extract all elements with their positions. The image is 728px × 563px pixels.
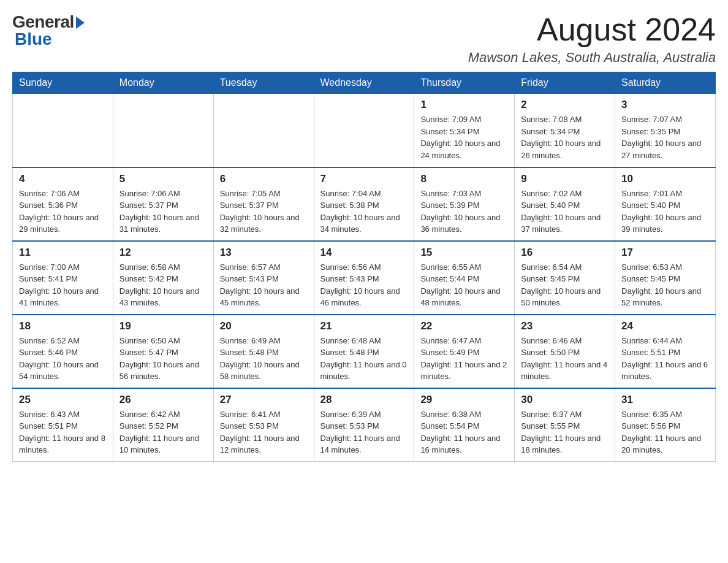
day-info: Sunrise: 6:47 AM Sunset: 5:49 PM Dayligh…	[420, 335, 508, 383]
calendar-header-row: SundayMondayTuesdayWednesdayThursdayFrid…	[13, 72, 716, 94]
calendar-cell: 29Sunrise: 6:38 AM Sunset: 5:54 PM Dayli…	[414, 388, 515, 462]
calendar-cell	[213, 94, 314, 167]
day-number: 20	[220, 320, 308, 332]
day-number: 6	[220, 173, 308, 185]
day-number: 2	[521, 99, 609, 111]
logo-arrow-icon	[76, 17, 85, 29]
day-number: 25	[19, 394, 107, 406]
day-info: Sunrise: 6:56 AM Sunset: 5:43 PM Dayligh…	[320, 261, 408, 309]
day-number: 14	[320, 247, 408, 259]
calendar-cell: 22Sunrise: 6:47 AM Sunset: 5:49 PM Dayli…	[414, 315, 515, 388]
calendar-cell: 20Sunrise: 6:49 AM Sunset: 5:48 PM Dayli…	[213, 315, 314, 388]
day-info: Sunrise: 7:07 AM Sunset: 5:35 PM Dayligh…	[621, 113, 709, 161]
day-info: Sunrise: 6:49 AM Sunset: 5:48 PM Dayligh…	[220, 335, 308, 383]
day-number: 4	[19, 173, 107, 185]
day-info: Sunrise: 6:44 AM Sunset: 5:51 PM Dayligh…	[621, 335, 709, 383]
location-subtitle: Mawson Lakes, South Australia, Australia	[468, 50, 716, 66]
day-number: 30	[521, 394, 609, 406]
day-info: Sunrise: 7:04 AM Sunset: 5:38 PM Dayligh…	[320, 188, 408, 236]
day-number: 8	[420, 173, 508, 185]
day-number: 16	[521, 247, 609, 259]
day-info: Sunrise: 7:01 AM Sunset: 5:40 PM Dayligh…	[621, 188, 709, 236]
calendar-table: SundayMondayTuesdayWednesdayThursdayFrid…	[12, 72, 716, 462]
calendar-cell: 18Sunrise: 6:52 AM Sunset: 5:46 PM Dayli…	[13, 315, 113, 388]
calendar-week-row: 25Sunrise: 6:43 AM Sunset: 5:51 PM Dayli…	[13, 388, 716, 462]
calendar-cell	[113, 94, 213, 167]
day-info: Sunrise: 7:09 AM Sunset: 5:34 PM Dayligh…	[420, 113, 508, 161]
calendar-cell: 4Sunrise: 7:06 AM Sunset: 5:36 PM Daylig…	[13, 167, 113, 241]
day-info: Sunrise: 6:52 AM Sunset: 5:46 PM Dayligh…	[19, 335, 107, 383]
day-info: Sunrise: 6:43 AM Sunset: 5:51 PM Dayligh…	[19, 408, 107, 456]
day-number: 19	[119, 320, 207, 332]
day-number: 17	[621, 247, 709, 259]
calendar-cell: 14Sunrise: 6:56 AM Sunset: 5:43 PM Dayli…	[314, 241, 414, 315]
logo: General Blue	[12, 12, 85, 49]
day-info: Sunrise: 6:57 AM Sunset: 5:43 PM Dayligh…	[220, 261, 308, 309]
day-number: 5	[119, 173, 207, 185]
day-info: Sunrise: 6:53 AM Sunset: 5:45 PM Dayligh…	[621, 261, 709, 309]
calendar-cell: 23Sunrise: 6:46 AM Sunset: 5:50 PM Dayli…	[515, 315, 615, 388]
day-number: 24	[621, 320, 709, 332]
calendar-header-wednesday: Wednesday	[314, 72, 414, 94]
day-number: 9	[521, 173, 609, 185]
day-info: Sunrise: 6:48 AM Sunset: 5:48 PM Dayligh…	[320, 335, 408, 383]
calendar-cell: 21Sunrise: 6:48 AM Sunset: 5:48 PM Dayli…	[314, 315, 414, 388]
calendar-cell: 13Sunrise: 6:57 AM Sunset: 5:43 PM Dayli…	[213, 241, 314, 315]
day-number: 11	[19, 247, 107, 259]
calendar-header-friday: Friday	[515, 72, 615, 94]
calendar-cell: 31Sunrise: 6:35 AM Sunset: 5:56 PM Dayli…	[615, 388, 716, 462]
day-info: Sunrise: 7:06 AM Sunset: 5:37 PM Dayligh…	[119, 188, 207, 236]
day-info: Sunrise: 7:05 AM Sunset: 5:37 PM Dayligh…	[220, 188, 308, 236]
day-number: 1	[420, 99, 508, 111]
calendar-week-row: 18Sunrise: 6:52 AM Sunset: 5:46 PM Dayli…	[13, 315, 716, 388]
calendar-cell: 24Sunrise: 6:44 AM Sunset: 5:51 PM Dayli…	[615, 315, 716, 388]
day-number: 23	[521, 320, 609, 332]
day-info: Sunrise: 6:58 AM Sunset: 5:42 PM Dayligh…	[119, 261, 207, 309]
day-number: 12	[119, 247, 207, 259]
day-number: 7	[320, 173, 408, 185]
day-info: Sunrise: 6:50 AM Sunset: 5:47 PM Dayligh…	[119, 335, 207, 383]
day-info: Sunrise: 6:55 AM Sunset: 5:44 PM Dayligh…	[420, 261, 508, 309]
day-number: 10	[621, 173, 709, 185]
calendar-body: 1Sunrise: 7:09 AM Sunset: 5:34 PM Daylig…	[13, 94, 716, 462]
calendar-cell: 16Sunrise: 6:54 AM Sunset: 5:45 PM Dayli…	[515, 241, 615, 315]
day-info: Sunrise: 6:35 AM Sunset: 5:56 PM Dayligh…	[621, 408, 709, 456]
day-number: 18	[19, 320, 107, 332]
day-info: Sunrise: 6:42 AM Sunset: 5:52 PM Dayligh…	[119, 408, 207, 456]
calendar-cell: 6Sunrise: 7:05 AM Sunset: 5:37 PM Daylig…	[213, 167, 314, 241]
day-info: Sunrise: 6:41 AM Sunset: 5:53 PM Dayligh…	[220, 408, 308, 456]
calendar-cell: 27Sunrise: 6:41 AM Sunset: 5:53 PM Dayli…	[213, 388, 314, 462]
day-number: 27	[220, 394, 308, 406]
day-info: Sunrise: 6:37 AM Sunset: 5:55 PM Dayligh…	[521, 408, 609, 456]
calendar-header-tuesday: Tuesday	[213, 72, 314, 94]
calendar-header-sunday: Sunday	[13, 72, 113, 94]
logo-blue-text: Blue	[12, 29, 52, 49]
calendar-cell: 12Sunrise: 6:58 AM Sunset: 5:42 PM Dayli…	[113, 241, 213, 315]
day-info: Sunrise: 6:39 AM Sunset: 5:53 PM Dayligh…	[320, 408, 408, 456]
day-number: 15	[420, 247, 508, 259]
day-number: 28	[320, 394, 408, 406]
day-info: Sunrise: 6:38 AM Sunset: 5:54 PM Dayligh…	[420, 408, 508, 456]
day-info: Sunrise: 6:46 AM Sunset: 5:50 PM Dayligh…	[521, 335, 609, 383]
calendar-cell: 17Sunrise: 6:53 AM Sunset: 5:45 PM Dayli…	[615, 241, 716, 315]
calendar-header-saturday: Saturday	[615, 72, 716, 94]
day-number: 26	[119, 394, 207, 406]
day-info: Sunrise: 7:02 AM Sunset: 5:40 PM Dayligh…	[521, 188, 609, 236]
calendar-cell	[314, 94, 414, 167]
calendar-cell: 30Sunrise: 6:37 AM Sunset: 5:55 PM Dayli…	[515, 388, 615, 462]
day-number: 31	[621, 394, 709, 406]
day-info: Sunrise: 7:03 AM Sunset: 5:39 PM Dayligh…	[420, 188, 508, 236]
calendar-cell: 26Sunrise: 6:42 AM Sunset: 5:52 PM Dayli…	[113, 388, 213, 462]
day-number: 13	[220, 247, 308, 259]
page-header: General Blue August 2024 Mawson Lakes, S…	[12, 12, 716, 66]
calendar-cell: 2Sunrise: 7:08 AM Sunset: 5:34 PM Daylig…	[515, 94, 615, 167]
calendar-cell: 10Sunrise: 7:01 AM Sunset: 5:40 PM Dayli…	[615, 167, 716, 241]
day-number: 21	[320, 320, 408, 332]
day-number: 22	[420, 320, 508, 332]
calendar-cell: 28Sunrise: 6:39 AM Sunset: 5:53 PM Dayli…	[314, 388, 414, 462]
calendar-cell	[13, 94, 113, 167]
day-info: Sunrise: 7:08 AM Sunset: 5:34 PM Dayligh…	[521, 113, 609, 161]
month-year-title: August 2024	[468, 12, 716, 47]
calendar-cell: 15Sunrise: 6:55 AM Sunset: 5:44 PM Dayli…	[414, 241, 515, 315]
day-info: Sunrise: 7:00 AM Sunset: 5:41 PM Dayligh…	[19, 261, 107, 309]
